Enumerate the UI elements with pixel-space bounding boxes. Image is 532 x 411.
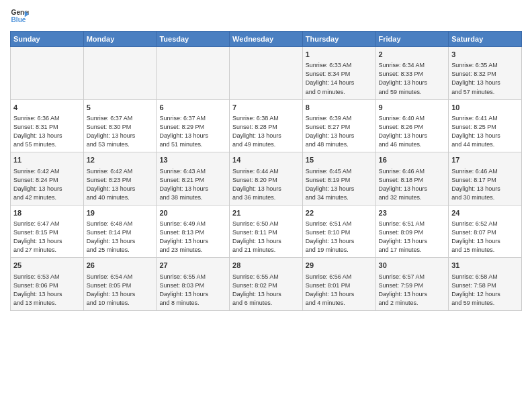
day-number: 8: [306, 103, 373, 113]
day-number: 19: [87, 208, 154, 218]
day-cell: 28Sunrise: 6:55 AMSunset: 8:02 PMDayligh…: [230, 258, 303, 311]
day-info: Sunrise: 6:43 AMSunset: 8:21 PMDaylight:…: [159, 167, 226, 202]
day-cell: 30Sunrise: 6:57 AMSunset: 7:59 PMDayligh…: [375, 258, 449, 311]
day-number: 25: [13, 261, 81, 271]
day-number: 2: [379, 50, 446, 60]
column-header-friday: Friday: [375, 32, 449, 47]
day-number: 13: [159, 155, 226, 165]
day-number: 4: [13, 103, 81, 113]
day-number: 3: [451, 50, 519, 60]
day-info: Sunrise: 6:48 AMSunset: 8:14 PMDaylight:…: [87, 220, 154, 255]
day-cell: 18Sunrise: 6:47 AMSunset: 8:15 PMDayligh…: [11, 205, 84, 258]
column-header-wednesday: Wednesday: [230, 32, 303, 47]
calendar-table: SundayMondayTuesdayWednesdayThursdayFrid…: [10, 31, 522, 311]
day-number: 5: [87, 103, 154, 113]
day-info: Sunrise: 6:35 AMSunset: 8:32 PMDaylight:…: [451, 61, 519, 96]
day-cell: [157, 47, 230, 100]
logo-icon: General Blue: [10, 7, 29, 26]
day-info: Sunrise: 6:39 AMSunset: 8:27 PMDaylight:…: [306, 114, 373, 149]
day-cell: 5Sunrise: 6:37 AMSunset: 8:30 PMDaylight…: [83, 99, 157, 152]
day-cell: [230, 47, 303, 100]
day-cell: 21Sunrise: 6:50 AMSunset: 8:11 PMDayligh…: [230, 205, 303, 258]
day-cell: 26Sunrise: 6:54 AMSunset: 8:05 PMDayligh…: [83, 258, 157, 311]
day-info: Sunrise: 6:57 AMSunset: 7:59 PMDaylight:…: [379, 273, 446, 308]
day-number: 31: [451, 261, 519, 271]
day-cell: 20Sunrise: 6:49 AMSunset: 8:13 PMDayligh…: [157, 205, 230, 258]
column-header-saturday: Saturday: [449, 32, 522, 47]
week-row-4: 18Sunrise: 6:47 AMSunset: 8:15 PMDayligh…: [11, 205, 522, 258]
svg-text:Blue: Blue: [11, 16, 26, 24]
day-cell: 3Sunrise: 6:35 AMSunset: 8:32 PMDaylight…: [449, 47, 522, 100]
week-row-1: 1Sunrise: 6:33 AMSunset: 8:34 PMDaylight…: [11, 47, 522, 100]
day-number: 24: [451, 208, 519, 218]
day-info: Sunrise: 6:45 AMSunset: 8:19 PMDaylight:…: [306, 167, 373, 202]
day-number: 7: [232, 103, 300, 113]
day-cell: [83, 47, 157, 100]
day-cell: 27Sunrise: 6:55 AMSunset: 8:03 PMDayligh…: [157, 258, 230, 311]
day-info: Sunrise: 6:50 AMSunset: 8:11 PMDaylight:…: [232, 220, 300, 255]
day-cell: 16Sunrise: 6:46 AMSunset: 8:18 PMDayligh…: [375, 152, 449, 205]
day-cell: 24Sunrise: 6:52 AMSunset: 8:07 PMDayligh…: [449, 205, 522, 258]
day-number: 21: [232, 208, 300, 218]
day-number: 30: [379, 261, 446, 271]
day-info: Sunrise: 6:46 AMSunset: 8:17 PMDaylight:…: [451, 167, 519, 202]
day-info: Sunrise: 6:55 AMSunset: 8:02 PMDaylight:…: [232, 273, 300, 308]
day-cell: 6Sunrise: 6:37 AMSunset: 8:29 PMDaylight…: [157, 99, 230, 152]
header: General Blue: [10, 7, 522, 26]
day-cell: 9Sunrise: 6:40 AMSunset: 8:26 PMDaylight…: [375, 99, 449, 152]
column-header-thursday: Thursday: [302, 32, 375, 47]
day-info: Sunrise: 6:38 AMSunset: 8:28 PMDaylight:…: [232, 114, 300, 149]
day-cell: 23Sunrise: 6:51 AMSunset: 8:09 PMDayligh…: [375, 205, 449, 258]
day-cell: 8Sunrise: 6:39 AMSunset: 8:27 PMDaylight…: [302, 99, 375, 152]
week-row-3: 11Sunrise: 6:42 AMSunset: 8:24 PMDayligh…: [11, 152, 522, 205]
day-info: Sunrise: 6:58 AMSunset: 7:58 PMDaylight:…: [451, 273, 519, 308]
day-info: Sunrise: 6:54 AMSunset: 8:05 PMDaylight:…: [87, 273, 154, 308]
logo: General Blue: [10, 7, 29, 26]
day-cell: 11Sunrise: 6:42 AMSunset: 8:24 PMDayligh…: [11, 152, 84, 205]
day-number: 9: [379, 103, 446, 113]
day-number: 28: [232, 261, 300, 271]
day-number: 14: [232, 155, 300, 165]
day-cell: [11, 47, 84, 100]
day-cell: 12Sunrise: 6:42 AMSunset: 8:23 PMDayligh…: [83, 152, 157, 205]
column-header-tuesday: Tuesday: [157, 32, 230, 47]
day-cell: 1Sunrise: 6:33 AMSunset: 8:34 PMDaylight…: [302, 47, 375, 100]
day-info: Sunrise: 6:40 AMSunset: 8:26 PMDaylight:…: [379, 114, 446, 149]
day-cell: 14Sunrise: 6:44 AMSunset: 8:20 PMDayligh…: [230, 152, 303, 205]
day-info: Sunrise: 6:56 AMSunset: 8:01 PMDaylight:…: [306, 273, 373, 308]
day-number: 12: [87, 155, 154, 165]
day-number: 6: [159, 103, 226, 113]
day-info: Sunrise: 6:36 AMSunset: 8:31 PMDaylight:…: [13, 114, 81, 149]
day-number: 23: [379, 208, 446, 218]
day-number: 15: [306, 155, 373, 165]
day-info: Sunrise: 6:53 AMSunset: 8:06 PMDaylight:…: [13, 273, 81, 308]
day-info: Sunrise: 6:52 AMSunset: 8:07 PMDaylight:…: [451, 220, 519, 255]
day-info: Sunrise: 6:51 AMSunset: 8:09 PMDaylight:…: [379, 220, 446, 255]
day-cell: 7Sunrise: 6:38 AMSunset: 8:28 PMDaylight…: [230, 99, 303, 152]
day-cell: 2Sunrise: 6:34 AMSunset: 8:33 PMDaylight…: [375, 47, 449, 100]
header-row: SundayMondayTuesdayWednesdayThursdayFrid…: [11, 32, 522, 47]
day-cell: 13Sunrise: 6:43 AMSunset: 8:21 PMDayligh…: [157, 152, 230, 205]
day-cell: 29Sunrise: 6:56 AMSunset: 8:01 PMDayligh…: [302, 258, 375, 311]
day-info: Sunrise: 6:47 AMSunset: 8:15 PMDaylight:…: [13, 220, 81, 255]
column-header-sunday: Sunday: [11, 32, 84, 47]
week-row-2: 4Sunrise: 6:36 AMSunset: 8:31 PMDaylight…: [11, 99, 522, 152]
day-info: Sunrise: 6:46 AMSunset: 8:18 PMDaylight:…: [379, 167, 446, 202]
day-cell: 10Sunrise: 6:41 AMSunset: 8:25 PMDayligh…: [449, 99, 522, 152]
week-row-5: 25Sunrise: 6:53 AMSunset: 8:06 PMDayligh…: [11, 258, 522, 311]
day-info: Sunrise: 6:44 AMSunset: 8:20 PMDaylight:…: [232, 167, 300, 202]
day-info: Sunrise: 6:41 AMSunset: 8:25 PMDaylight:…: [451, 114, 519, 149]
day-cell: 22Sunrise: 6:51 AMSunset: 8:10 PMDayligh…: [302, 205, 375, 258]
day-number: 16: [379, 155, 446, 165]
day-info: Sunrise: 6:37 AMSunset: 8:30 PMDaylight:…: [87, 114, 154, 149]
day-number: 26: [87, 261, 154, 271]
day-number: 27: [159, 261, 226, 271]
day-info: Sunrise: 6:49 AMSunset: 8:13 PMDaylight:…: [159, 220, 226, 255]
day-info: Sunrise: 6:42 AMSunset: 8:24 PMDaylight:…: [13, 167, 81, 202]
day-cell: 25Sunrise: 6:53 AMSunset: 8:06 PMDayligh…: [11, 258, 84, 311]
column-header-monday: Monday: [83, 32, 157, 47]
day-number: 17: [451, 155, 519, 165]
day-number: 1: [306, 50, 373, 60]
day-cell: 4Sunrise: 6:36 AMSunset: 8:31 PMDaylight…: [11, 99, 84, 152]
day-number: 10: [451, 103, 519, 113]
